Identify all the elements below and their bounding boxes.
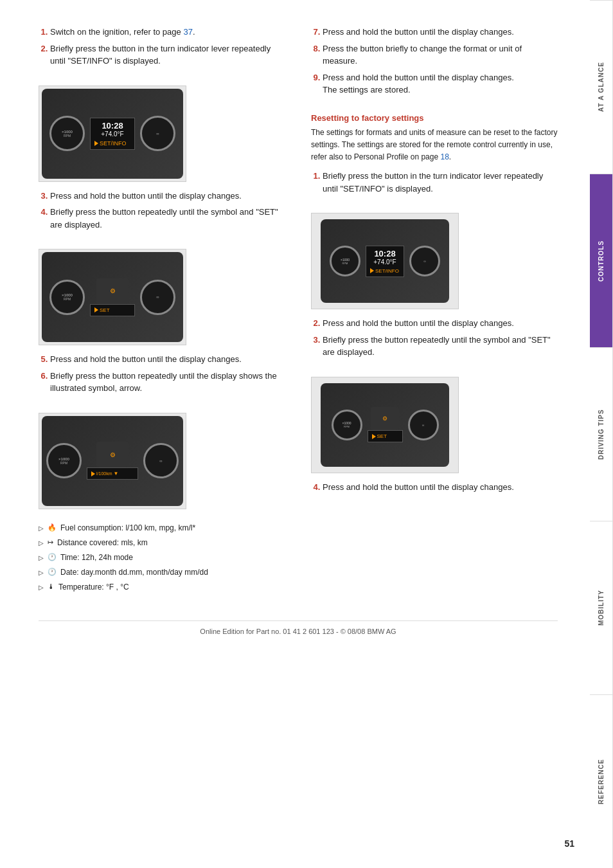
list-item: Switch on the ignition, refer to page 37…	[50, 26, 285, 39]
side-tabs: AT A GLANCE CONTROLS DRIVING TIPS MOBILI…	[590, 0, 613, 868]
distance-icon: ↦	[48, 537, 53, 548]
date-icon: 🕐	[48, 566, 57, 577]
setinfo-label: SET/INFO	[94, 140, 130, 147]
gauge-left-2: ×1000 RPM	[49, 280, 85, 315]
cluster-set-right: ×1000 RPM ⚙ SET	[321, 383, 449, 467]
section-heading-reset: Resetting to factory settings	[311, 113, 558, 123]
list-item: Briefly press the button repeatedly unti…	[50, 206, 285, 231]
bullet-arrow-icon: ▷	[39, 583, 44, 592]
diagram-setinfo-right: ×1000 RPM 10:28 +74.0°F SET/INFO	[311, 213, 459, 309]
gauge-left-3: ×1000 RPM	[46, 443, 82, 478]
reset-steps-1: Briefly press the button in the turn ind…	[311, 170, 558, 199]
section-description: The settings for formats and units of me…	[311, 127, 558, 164]
steps-list-2: Press and hold the button until the disp…	[39, 190, 285, 235]
gauge-left: ×1000 RPM	[49, 116, 85, 151]
set-gauge-icon: ⚙	[110, 287, 116, 294]
set-gauge-icon-2: ⚙	[110, 451, 116, 458]
cluster-setinfo: ×1000 RPM 10:28 +74.0°F SET/INFO	[42, 89, 183, 179]
list-item: Briefly press the button in the turn ind…	[50, 42, 285, 68]
diagram-arrow-left: ×1000 RPM ⚙ l/100km ▼	[39, 413, 186, 509]
bullet-arrow-icon: ▷	[39, 538, 44, 548]
display-arrow: l/100km ▼	[87, 467, 138, 480]
list-item: Press and hold the button until the disp…	[323, 317, 558, 330]
gauge-sm-right: ∞	[409, 246, 440, 276]
set-icon-right: ⚙	[382, 415, 387, 422]
diagram-set-left: ×1000 RPM ⚙ SET	[39, 249, 186, 345]
reset-steps-3: Press and hold the button until the disp…	[311, 481, 558, 498]
list-item: Press and hold the button until the disp…	[323, 26, 558, 39]
list-item-fuel: ▷ 🔥 Fuel consumption: l/100 km, mpg, km/…	[39, 522, 285, 534]
gauge-right-2: ∞	[140, 280, 175, 315]
list-item: Press and hold the button until the disp…	[50, 190, 285, 203]
display-set: SET	[90, 304, 135, 316]
list-item: Press and hold the button until the disp…	[323, 481, 558, 494]
main-content: Switch on the ignition, refer to page 37…	[0, 0, 590, 661]
gauge-right: ∞	[140, 116, 175, 151]
diagram-setinfo-left: ×1000 RPM 10:28 +74.0°F SET/INFO	[39, 86, 186, 182]
gauge-sm-left-2: ×1000 RPM	[332, 410, 362, 440]
steps-list-1: Switch on the ignition, refer to page 37…	[39, 26, 285, 71]
temp-icon: 🌡	[48, 581, 55, 592]
page-number: 51	[564, 838, 574, 849]
page-link-18[interactable]: 18	[440, 152, 449, 161]
diagram-set-right: ×1000 RPM ⚙ SET	[311, 377, 459, 473]
list-item: Press and hold the button until the disp…	[323, 71, 558, 96]
cluster-arrow: ×1000 RPM ⚙ l/100km ▼	[42, 416, 183, 506]
list-item: Press the button briefly to change the f…	[323, 42, 558, 68]
page-link[interactable]: 37	[183, 27, 192, 37]
tab-mobility[interactable]: MOBILITY	[590, 521, 613, 694]
list-item-time: ▷ 🕐 Time: 12h, 24h mode	[39, 552, 285, 563]
display-set-right: SET	[368, 430, 403, 442]
bullet-arrow-icon: ▷	[39, 523, 44, 533]
steps-list-7: Press and hold the button until the disp…	[311, 26, 558, 100]
list-item: Briefly press the button in the turn ind…	[323, 170, 558, 195]
steps-list-3: Press and hold the button until the disp…	[39, 353, 285, 399]
setinfo-label-right: SET/INFO	[370, 268, 400, 274]
list-item-distance: ▷ ↦ Distance covered: mls, km	[39, 537, 285, 548]
bullet-arrow-icon: ▷	[39, 568, 44, 577]
list-item-date: ▷ 🕐 Date: day.month dd.mm, month/day mm/…	[39, 566, 285, 578]
fuel-icon: 🔥	[48, 522, 57, 533]
list-item: Press and hold the button until the disp…	[50, 353, 285, 366]
display-setinfo-right: 10:28 +74.0°F SET/INFO	[366, 246, 404, 277]
list-item: Briefly press the button repeatedly unti…	[323, 334, 558, 359]
options-list: ▷ 🔥 Fuel consumption: l/100 km, mpg, km/…	[39, 522, 285, 596]
gauge-sm-right-2: ∞	[408, 410, 439, 440]
left-column: Switch on the ignition, refer to page 37…	[39, 26, 285, 601]
time-icon: 🕐	[48, 552, 57, 563]
tab-reference[interactable]: REFERENCE	[590, 694, 613, 868]
display-setinfo: 10:28 +74.0°F SET/INFO	[90, 118, 135, 150]
right-column: Press and hold the button until the disp…	[311, 26, 558, 601]
list-item: Briefly press the button repeatedly unti…	[50, 370, 285, 395]
list-item-temp: ▷ 🌡 Temperature: °F , °C	[39, 581, 285, 593]
gauge-sm-left: ×1000 RPM	[330, 246, 360, 276]
cluster-set: ×1000 RPM ⚙ SET	[42, 252, 183, 342]
tab-controls[interactable]: CONTROLS	[590, 174, 613, 347]
page-footer: Online Edition for Part no. 01 41 2 601 …	[39, 620, 558, 635]
tab-driving-tips[interactable]: DRIVING TIPS	[590, 347, 613, 521]
reset-steps-2: Press and hold the button until the disp…	[311, 317, 558, 363]
bullet-arrow-icon: ▷	[39, 553, 44, 563]
tab-at-a-glance[interactable]: AT A GLANCE	[590, 0, 613, 174]
gauge-right-3: ∞	[143, 443, 179, 478]
cluster-setinfo-right: ×1000 RPM 10:28 +74.0°F SET/INFO	[321, 219, 449, 303]
